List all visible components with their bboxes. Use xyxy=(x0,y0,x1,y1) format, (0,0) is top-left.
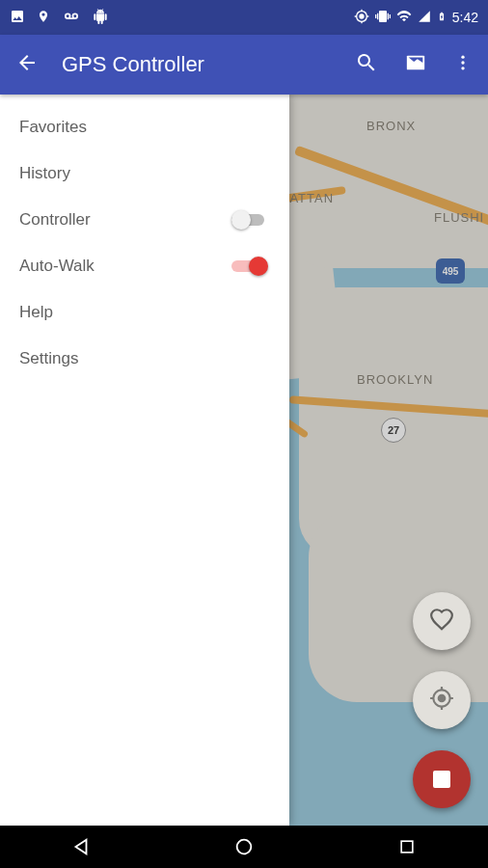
navigation-drawer: Favorites History Controller Auto-Walk H… xyxy=(0,95,289,826)
stop-icon xyxy=(433,771,450,788)
voicemail-icon xyxy=(62,10,81,26)
wifi-icon xyxy=(396,9,412,27)
search-icon[interactable] xyxy=(355,51,378,78)
vibrate-icon xyxy=(375,9,391,27)
drawer-item-favorites[interactable]: Favorites xyxy=(0,104,289,150)
android-icon xyxy=(93,9,108,27)
drawer-item-history[interactable]: History xyxy=(0,150,289,197)
favorite-fab[interactable] xyxy=(413,592,471,650)
nav-recent-button[interactable] xyxy=(393,832,421,861)
drawer-item-autowalk[interactable]: Auto-Walk xyxy=(0,243,289,289)
app-bar: GPS Controller xyxy=(0,35,488,95)
crosshair-icon xyxy=(429,686,454,715)
status-time: 5:42 xyxy=(452,10,478,25)
locate-fab[interactable] xyxy=(413,671,471,729)
system-nav-bar xyxy=(0,826,488,868)
image-icon xyxy=(10,9,25,27)
drawer-item-help[interactable]: Help xyxy=(0,289,289,336)
status-bar: 5:42 xyxy=(0,0,488,35)
overflow-icon[interactable] xyxy=(453,53,473,76)
svg-point-1 xyxy=(461,56,464,59)
controller-toggle[interactable] xyxy=(231,208,270,231)
gps-icon xyxy=(354,9,369,27)
drawer-item-label: Help xyxy=(19,303,53,322)
stop-fab[interactable] xyxy=(413,750,471,808)
svg-point-4 xyxy=(237,840,252,854)
battery-icon xyxy=(437,9,447,27)
drawer-item-controller[interactable]: Controller xyxy=(0,197,289,243)
nav-home-button[interactable] xyxy=(230,832,258,861)
svg-point-2 xyxy=(461,61,464,64)
heart-icon xyxy=(429,607,454,636)
signal-icon xyxy=(418,10,431,26)
svg-rect-5 xyxy=(401,841,413,853)
drawer-item-label: Favorites xyxy=(19,118,87,137)
drawer-item-label: History xyxy=(19,164,70,183)
location-icon xyxy=(37,10,50,26)
content-area: BRONX HATTAN FLUSHI BROOKLYN 27 495 Favo… xyxy=(0,95,488,826)
back-button[interactable] xyxy=(15,51,39,78)
drawer-item-label: Auto-Walk xyxy=(19,257,95,276)
drawer-item-settings[interactable]: Settings xyxy=(0,336,289,382)
app-title: GPS Controller xyxy=(62,52,204,77)
nav-back-button[interactable] xyxy=(67,832,95,861)
map-mode-icon[interactable] xyxy=(403,52,428,77)
svg-point-3 xyxy=(461,67,464,69)
drawer-item-label: Settings xyxy=(19,349,78,368)
drawer-item-label: Controller xyxy=(19,210,91,230)
autowalk-toggle[interactable] xyxy=(231,255,270,278)
